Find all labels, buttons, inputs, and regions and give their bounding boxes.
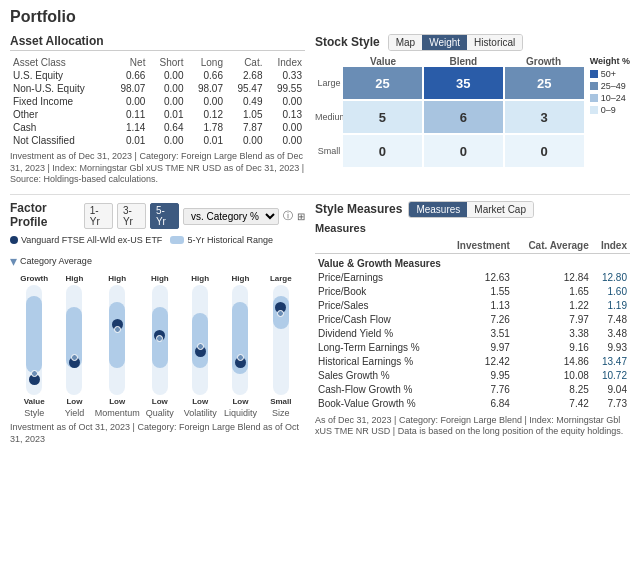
cell-val: 0.01 <box>186 134 226 147</box>
tab-historical[interactable]: Historical <box>467 35 522 50</box>
fp-tab-3yr[interactable]: 3-Yr <box>117 203 146 229</box>
measures-row: Cash-Flow Growth %7.768.259.04 <box>315 383 630 397</box>
m-cat: 8.25 <box>513 383 592 397</box>
measures-row: Historical Earnings %12.4214.8613.47 <box>315 355 630 369</box>
fp-table-icon[interactable]: ⊞ <box>297 211 305 222</box>
m-label: Long-Term Earnings % <box>315 341 443 355</box>
style-grid-container: Value Blend Growth Large253525Medium563S… <box>315 56 584 169</box>
fp-legend: Vanguard FTSE All-Wld ex-US ETF 5-Yr His… <box>10 235 305 269</box>
sm-tabs: Measures Market Cap <box>408 201 534 218</box>
fp-cols-wrapper: Growth Value Style High Low Yield High L… <box>10 274 305 418</box>
fp-top-label-5: High <box>232 274 250 283</box>
col-net: Net <box>109 56 149 69</box>
fp-axis-4 <box>192 285 208 395</box>
m-index: 1.60 <box>592 285 630 299</box>
cell-label: Non-U.S. Equity <box>10 82 109 95</box>
cell-val: 2.68 <box>226 69 266 82</box>
fp-tab-1yr[interactable]: 1-Yr <box>84 203 113 229</box>
legend-item: 50+ <box>590 69 630 79</box>
cell-val: 0.00 <box>148 95 186 108</box>
fp-axis-5 <box>232 285 248 395</box>
sm-header: Style Measures Measures Market Cap <box>315 201 630 218</box>
fp-disclaimer: Investment as of Oct 31, 2023 | Category… <box>10 422 305 445</box>
stock-style-title: Stock Style <box>315 35 380 51</box>
m-cat: 10.08 <box>513 369 592 383</box>
fp-bot-label-0: Value <box>24 397 45 406</box>
m-label: Price/Cash Flow <box>315 313 443 327</box>
table-row: Non-U.S. Equity98.070.0098.0795.4799.55 <box>10 82 305 95</box>
table-row: U.S. Equity0.660.000.662.680.33 <box>10 69 305 82</box>
mh-investment: Investment <box>443 238 513 254</box>
m-cat: 9.16 <box>513 341 592 355</box>
sm-tab-marketcap[interactable]: Market Cap <box>467 202 533 217</box>
fp-col-2: High Low Momentum <box>95 274 140 418</box>
fp-range-2 <box>109 302 125 368</box>
legend-label: 0–9 <box>601 105 616 115</box>
fp-top-label-3: High <box>151 274 169 283</box>
tab-map[interactable]: Map <box>389 35 422 50</box>
fp-fund-dot <box>10 236 18 244</box>
tab-weight[interactable]: Weight <box>422 35 467 50</box>
m-label: Historical Earnings % <box>315 355 443 369</box>
m-cat: 1.65 <box>513 285 592 299</box>
cell-val: 0.01 <box>148 108 186 121</box>
stock-style-content: Value Blend Growth Large253525Medium563S… <box>315 56 630 169</box>
fp-bot-label-4: Low <box>192 397 208 406</box>
fp-axis-0 <box>26 285 42 395</box>
m-cat: 12.84 <box>513 271 592 285</box>
measures-row: Dividend Yield %3.513.383.48 <box>315 327 630 341</box>
sm-disclaimer: As of Dec 31, 2023 | Category: Foreign L… <box>315 415 630 438</box>
legend-item: 0–9 <box>590 105 630 115</box>
grid-cell: 3 <box>505 101 584 133</box>
fp-col-label-5: Liquidity <box>224 408 257 418</box>
m-index: 7.48 <box>592 313 630 327</box>
m-investment: 9.97 <box>443 341 513 355</box>
m-investment: 7.76 <box>443 383 513 397</box>
fp-axis-1 <box>66 285 82 395</box>
fp-cat-dot-0 <box>31 370 38 377</box>
grid-cell: 0 <box>505 135 584 167</box>
stock-style-panel: Stock Style Map Weight Historical Value … <box>315 34 630 186</box>
fp-cat-arrow: ▾ <box>10 253 17 269</box>
m-index: 1.19 <box>592 299 630 313</box>
grid-cell: 25 <box>505 67 584 99</box>
grid-row: Medium563 <box>315 101 584 133</box>
cell-val: 0.00 <box>148 82 186 95</box>
grid-row-label: Medium <box>315 112 343 122</box>
fp-info-icon[interactable]: ⓘ <box>283 209 293 223</box>
fp-col-5: High Low Liquidity <box>220 274 260 418</box>
measures-row: Price/Earnings12.6312.8412.80 <box>315 271 630 285</box>
page-title: Portfolio <box>10 8 630 26</box>
cell-val: 98.07 <box>186 82 226 95</box>
m-label: Price/Sales <box>315 299 443 313</box>
m-investment: 6.84 <box>443 397 513 411</box>
fp-col-label-3: Quality <box>146 408 174 418</box>
legend-box <box>590 82 598 90</box>
cell-val: 7.87 <box>226 121 266 134</box>
fp-cat-legend: ▾ Category Average <box>10 253 92 269</box>
legend-item: 25–49 <box>590 81 630 91</box>
cell-label: Not Classified <box>10 134 109 147</box>
cell-val: 0.11 <box>109 108 149 121</box>
fp-col-3: High Low Quality <box>140 274 180 418</box>
mh-empty <box>315 238 443 254</box>
fp-category-select[interactable]: vs. Category % <box>183 208 279 225</box>
legend-box <box>590 70 598 78</box>
fp-col-label-1: Yield <box>65 408 85 418</box>
section-divider <box>10 194 630 195</box>
cell-label: Fixed Income <box>10 95 109 108</box>
fp-col-4: High Low Volatility <box>180 274 220 418</box>
m-label: Price/Book <box>315 285 443 299</box>
fp-tab-5yr[interactable]: 5-Yr <box>150 203 179 229</box>
asset-allocation-disclaimer: Investment as of Dec 31, 2023 | Category… <box>10 151 305 186</box>
m-investment: 12.42 <box>443 355 513 369</box>
asset-allocation-panel: Asset Allocation Asset Class Net Short L… <box>10 34 305 186</box>
col-index: Index <box>265 56 305 69</box>
sm-title: Style Measures <box>315 202 402 218</box>
weight-legend-items: 50+25–4910–240–9 <box>590 69 630 115</box>
sm-tab-measures[interactable]: Measures <box>409 202 467 217</box>
col-long: Long <box>186 56 226 69</box>
measures-subtitle: Measures <box>315 222 630 234</box>
m-index: 12.80 <box>592 271 630 285</box>
fp-header: Factor Profile 1-Yr 3-Yr 5-Yr vs. Catego… <box>10 201 305 231</box>
